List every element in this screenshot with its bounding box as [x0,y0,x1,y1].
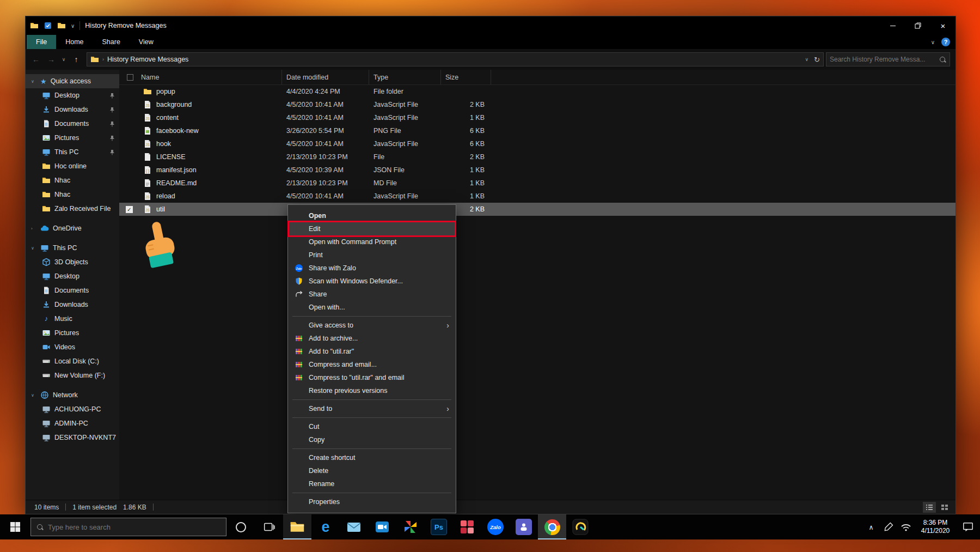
taskbar-zalo[interactable]: Zalo [481,514,510,539]
expander-chevron[interactable]: ∨ [31,246,36,251]
thumbnails-view-button[interactable] [938,502,951,513]
menu-item-delete[interactable]: Delete [288,464,456,477]
tray-network-button[interactable] [897,514,915,539]
sidebar-item-documents[interactable]: Documents [26,117,119,131]
file-row-util-selected[interactable]: ✓ JS util 2 KB [119,203,955,216]
file-row-hook[interactable]: JShook 4/5/2020 10:41 AM JavaScript File… [119,137,955,150]
sidebar-item-this-pc[interactable]: ∨ This PC [26,241,119,255]
sidebar-item-network[interactable]: ∨ Network [26,388,119,402]
tab-share[interactable]: Share [93,35,130,49]
taskbar-chrome[interactable] [538,514,566,539]
menu-item-open[interactable]: Open [288,209,456,222]
file-row-popup[interactable]: popup 4/4/2020 4:24 PM File folder [119,85,955,98]
sidebar-item-local-disk-c[interactable]: Local Disk (C:) [26,354,119,368]
sidebar-item-admin-pc[interactable]: ADMIN-PC [26,416,119,430]
menu-item-create-shortcut[interactable]: Create shortcut [288,451,456,464]
row-checkbox[interactable]: ✓ [126,206,133,213]
select-all-checkbox[interactable] [127,74,133,81]
sidebar-item-pc-desktop[interactable]: Desktop [26,269,119,283]
taskbar-photoshop[interactable]: Ps [425,514,453,539]
menu-item-share-with-zalo[interactable]: Zalo Share with Zalo [288,262,456,275]
forward-button[interactable]: → [44,52,58,66]
recent-locations-chevron[interactable]: ∨ [59,52,68,66]
file-row-facebook-new[interactable]: facebook-new 3/26/2020 5:54 PM PNG File … [119,124,955,137]
sidebar-item-pc-pictures[interactable]: Pictures [26,326,119,340]
sidebar-item-new-volume-f[interactable]: New Volume (F:) [26,368,119,383]
column-header-date-modified[interactable]: Date modified [282,70,369,84]
tab-view[interactable]: View [130,35,163,49]
tab-home[interactable]: Home [56,35,93,49]
sidebar-item-quick-access[interactable]: ∨ ★ Quick access [26,74,119,88]
qat-customize-chevron[interactable]: ∨ [71,23,75,29]
menu-item-add-to-archive[interactable]: Add to archive... [288,332,456,345]
sidebar-item-music[interactable]: ♪ Music [26,312,119,326]
sidebar-item-pc-documents[interactable]: Documents [26,283,119,298]
sidebar-item-nhac-2[interactable]: Nhac [26,187,119,202]
breadcrumb[interactable]: History Remove Messages [107,56,188,63]
column-header-type[interactable]: Type [369,70,441,84]
menu-item-compress-to-util-rar-and-email[interactable]: Compress to "util.rar" and email [288,371,456,384]
cortana-button[interactable] [226,514,255,539]
details-view-button[interactable] [923,502,936,513]
tab-file[interactable]: File [27,35,56,49]
sidebar-item-onedrive[interactable]: › OneDrive [26,221,119,235]
file-row-license[interactable]: LICENSE 2/13/2019 10:23 PM File 2 KB [119,150,955,163]
titlebar[interactable]: ∨ History Remove Messages × [26,16,955,35]
expander-chevron[interactable]: ∨ [31,393,36,398]
file-row-manifest-json[interactable]: { }manifest.json 4/5/2020 10:39 AM JSON … [119,163,955,177]
search-input[interactable] [830,56,939,63]
sidebar-item-achuong-pc[interactable]: ACHUONG-PC [26,402,119,416]
sidebar-item-pictures[interactable]: Pictures [26,131,119,145]
taskbar-pinwheel-app[interactable] [396,514,425,539]
menu-item-cut[interactable]: Cut [288,420,456,433]
taskbar-grid-app[interactable] [453,514,481,539]
expand-ribbon-chevron[interactable]: ∨ [931,39,935,45]
start-button[interactable] [0,514,30,539]
address-bar[interactable]: › History Remove Messages ∨ ↻ [87,52,824,66]
help-icon[interactable]: ? [941,38,950,46]
taskbar-mail[interactable] [340,514,368,539]
qat-properties-icon[interactable] [44,21,52,30]
menu-item-compress-and-email[interactable]: Compress and email... [288,358,456,371]
column-header-name[interactable]: Name [119,70,282,84]
sidebar-item-this-pc-pinned[interactable]: This PC [26,145,119,159]
task-view-button[interactable] [255,514,283,539]
expander-chevron[interactable]: ∨ [31,79,36,84]
taskbar-search-box[interactable] [30,518,226,536]
menu-item-print[interactable]: Print [288,248,456,262]
search-box[interactable] [826,52,950,66]
address-dropdown-chevron[interactable]: ∨ [805,57,809,62]
menu-item-properties[interactable]: Properties [288,495,456,508]
taskbar-clock[interactable]: 8:36 PM 4/11/2020 [915,519,956,535]
refresh-icon[interactable]: ↻ [814,56,820,64]
tray-show-hidden-icons[interactable]: ∧ [862,514,880,539]
tray-pen-button[interactable] [880,514,897,539]
up-button[interactable]: ↑ [69,52,83,66]
file-row-background[interactable]: JSbackground 4/5/2020 10:41 AM JavaScrip… [119,98,955,111]
menu-item-open-with[interactable]: Open with... [288,301,456,314]
column-header-size[interactable]: Size [441,70,491,84]
expander-chevron[interactable]: › [31,226,36,231]
sidebar-item-zalo-received-file[interactable]: Zalo Received File [26,202,119,216]
menu-item-rename[interactable]: Rename [288,477,456,490]
menu-item-restore-previous-versions[interactable]: Restore previous versions [288,384,456,397]
sidebar-item-desktop-nvknt7[interactable]: DESKTOP-NVKNT7 [26,430,119,445]
sidebar-item-desktop[interactable]: Desktop [26,88,119,102]
sidebar-item-pc-downloads[interactable]: Downloads [26,298,119,312]
taskbar-edge[interactable]: e [311,514,340,539]
taskbar-file-explorer[interactable] [283,514,311,539]
sidebar-item-nhac-1[interactable]: Nhac [26,173,119,187]
restore-button[interactable] [905,16,930,35]
menu-item-copy[interactable]: Copy [288,433,456,446]
menu-item-add-to-util-rar[interactable]: Add to "util.rar" [288,345,456,358]
taskbar-teams[interactable] [510,514,538,539]
menu-item-give-access-to[interactable]: Give access to› [288,319,456,332]
file-row-readme-md[interactable]: README.md 2/13/2019 10:23 PM MD File 1 K… [119,177,955,190]
menu-item-open-with-command-prompt[interactable]: Open with Command Prompt [288,235,456,248]
taskbar-camera[interactable] [368,514,396,539]
sidebar-item-3d-objects[interactable]: 3D Objects [26,255,119,269]
file-row-reload[interactable]: JSreload 4/5/2020 10:41 AM JavaScript Fi… [119,190,955,203]
qat-new-folder-icon[interactable] [57,21,66,30]
sidebar-item-videos[interactable]: Videos [26,340,119,354]
menu-item-send-to[interactable]: Send to› [288,402,456,415]
